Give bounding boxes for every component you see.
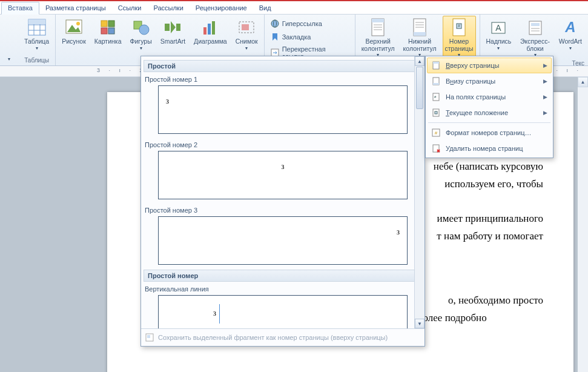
screenshot-icon	[237, 18, 256, 37]
gallery-item-vertical-line[interactable]: 3	[158, 295, 408, 328]
page-number-button[interactable]: # Номер страницы ▾	[443, 16, 476, 59]
chart-button[interactable]: Диаграмма	[191, 16, 230, 47]
ribbon-tabs: Вставка Разметка страницы Ссылки Рассылк…	[0, 1, 588, 15]
header-button[interactable]: Верхний колонтитул ▾	[359, 16, 397, 59]
picture-button[interactable]: Рисунок	[59, 16, 88, 47]
menu-label: Удалить номера страниц	[446, 145, 523, 152]
gallery-item-label: Вертикальная линия	[144, 283, 422, 294]
menu-remove-page-numbers[interactable]: Удалить номера страниц	[427, 141, 552, 156]
svg-rect-28	[372, 19, 384, 22]
table-icon	[27, 18, 47, 37]
menu-separator	[428, 122, 550, 123]
svg-rect-20	[212, 21, 215, 35]
gallery-item-simple-1[interactable]: 3	[158, 85, 408, 134]
svg-rect-22	[242, 24, 249, 30]
gallery-item-label: Простой номер 3	[144, 204, 422, 215]
screenshot-label: Снимок	[236, 38, 258, 45]
wordart-button[interactable]: A WordArt ▾	[557, 16, 584, 53]
svg-rect-56	[435, 111, 437, 114]
quickparts-label: Экспресс-блоки	[520, 38, 550, 52]
clipart-label: Картинка	[94, 38, 122, 45]
bookmark-button[interactable]: Закладка	[268, 31, 313, 43]
svg-marker-25	[273, 33, 277, 41]
svg-marker-16	[171, 21, 176, 33]
chevron-down-icon: ▾	[497, 45, 500, 51]
svg-rect-48	[147, 335, 150, 338]
scroll-up-button[interactable]: ▲	[578, 77, 588, 87]
table-button[interactable]: Таблица ▾	[22, 16, 51, 53]
submenu-arrow-icon: ▶	[543, 110, 547, 116]
menu-page-margins[interactable]: # На полях страницы ▶	[427, 89, 552, 105]
smartart-button[interactable]: SmartArt	[158, 16, 188, 47]
chevron-down-icon[interactable]: ▾	[8, 56, 10, 62]
footer-label: Нижний колонтитул	[403, 38, 437, 52]
gallery-scrollbar[interactable]: ▲ ▼	[414, 56, 424, 328]
svg-rect-15	[165, 24, 170, 31]
tab-mailings[interactable]: Рассылки	[147, 2, 189, 14]
ribbon-left-truncated: ▾	[0, 15, 18, 66]
quickparts-icon	[526, 18, 545, 37]
scroll-up-button[interactable]: ▲	[415, 56, 424, 66]
tab-references[interactable]: Ссылки	[112, 2, 148, 14]
gallery-item-simple-2[interactable]: 3	[158, 151, 408, 199]
chart-icon	[200, 18, 220, 37]
gallery-item-label: Простой номер 1	[144, 73, 422, 84]
tab-view[interactable]: Вид	[253, 2, 277, 14]
gallery-save-label: Сохранить выделенный фрагмент как номер …	[158, 334, 388, 341]
gallery-save-selection[interactable]: Сохранить выделенный фрагмент как номер …	[141, 328, 424, 346]
footer-icon	[410, 18, 429, 37]
gallery-category-simple-num: Простой номер	[144, 270, 422, 282]
gallery-item-label: Простой номер 2	[144, 139, 422, 150]
svg-rect-10	[108, 21, 114, 27]
svg-point-14	[139, 25, 149, 35]
svg-text:#: #	[458, 24, 460, 28]
svg-rect-17	[176, 24, 180, 31]
menu-format-page-numbers[interactable]: # Формат номеров страниц…	[427, 125, 552, 141]
quickparts-button[interactable]: Экспресс-блоки ▾	[517, 16, 552, 59]
chevron-down-icon: ▾	[36, 45, 38, 51]
menu-bottom-of-page[interactable]: Внизу страницы ▶	[427, 73, 552, 89]
menu-current-position[interactable]: Текущее положение ▶	[427, 105, 552, 121]
vertical-scrollbar[interactable]: ▲	[578, 77, 588, 372]
scroll-down-button[interactable]: ▼	[415, 319, 424, 328]
clipart-button[interactable]: Картинка	[92, 16, 124, 47]
svg-text:#: #	[435, 130, 438, 136]
menu-label: На полях страницы	[446, 93, 506, 101]
shapes-icon	[131, 18, 151, 37]
footer-button[interactable]: Нижний колонтитул ▾	[401, 16, 439, 59]
tab-review[interactable]: Рецензирование	[190, 2, 253, 14]
svg-rect-52	[433, 83, 439, 85]
page-bottom-icon	[431, 76, 441, 86]
page-number-label: Номер страницы	[445, 38, 474, 52]
svg-rect-50	[433, 62, 439, 64]
hyperlink-button[interactable]: Гиперссылка	[268, 18, 324, 30]
tab-page-layout[interactable]: Разметка страницы	[39, 2, 112, 14]
svg-rect-43	[531, 23, 540, 26]
header-icon	[368, 18, 388, 37]
group-tables-label: Таблицы	[22, 56, 51, 64]
submenu-arrow-icon: ▶	[543, 62, 547, 68]
tab-insert[interactable]: Вставка	[1, 2, 39, 15]
picture-label: Рисунок	[62, 38, 86, 45]
smartart-label: SmartArt	[160, 38, 185, 45]
gallery-item-simple-3[interactable]: 3	[158, 216, 408, 265]
screenshot-button[interactable]: Снимок ▾	[233, 16, 260, 53]
svg-text:A: A	[496, 23, 502, 33]
current-position-icon	[431, 108, 441, 118]
textbox-icon: A	[489, 18, 508, 37]
page-top-icon	[431, 61, 441, 70]
svg-text:A: A	[564, 19, 575, 35]
hyperlink-icon	[270, 19, 280, 28]
save-selection-icon	[145, 333, 154, 342]
textbox-button[interactable]: A Надпись ▾	[484, 16, 514, 53]
svg-rect-9	[101, 21, 107, 27]
header-label: Верхний колонтитул	[362, 38, 395, 52]
scrollbar-thumb[interactable]	[416, 67, 423, 109]
shapes-label: Фигуры	[130, 38, 151, 45]
page-number-gallery: Простой Простой номер 1 3 Простой номер …	[140, 56, 425, 347]
shapes-button[interactable]: Фигуры ▾	[127, 16, 154, 53]
chevron-down-icon: ▾	[140, 45, 142, 51]
menu-top-of-page[interactable]: Вверху страницы ▶	[427, 58, 552, 73]
submenu-arrow-icon: ▶	[543, 94, 547, 100]
picture-icon	[64, 18, 84, 37]
